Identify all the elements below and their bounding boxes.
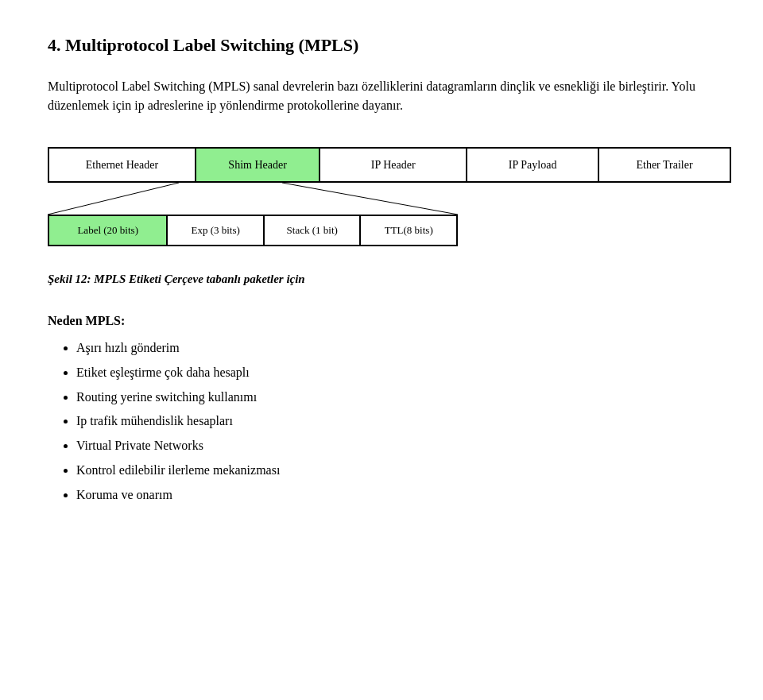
list-item: Aşırı hızlı gönderim bbox=[76, 337, 715, 360]
intro-paragraph: Multiprotocol Label Switching (MPLS) san… bbox=[48, 77, 715, 115]
list-item: Routing yerine switching kullanımı bbox=[76, 386, 715, 409]
shim-header-box: Shim Header bbox=[196, 148, 320, 182]
ip-payload-box: IP Payload bbox=[467, 148, 598, 182]
list-item: Koruma ve onarım bbox=[76, 484, 715, 507]
mpls-diagram: Ethernet Header Shim Header IP Header IP… bbox=[48, 147, 731, 246]
bottom-row: Label (20 bits) Exp (3 bits) Stack (1 bi… bbox=[48, 215, 458, 246]
svg-line-0 bbox=[48, 183, 179, 215]
label-bits-box: Label (20 bits) bbox=[48, 215, 167, 246]
exp-bits-box: Exp (3 bits) bbox=[167, 215, 264, 246]
top-row: Ethernet Header Shim Header IP Header IP… bbox=[48, 147, 731, 183]
stack-bit-box: Stack (1 bit) bbox=[264, 215, 361, 246]
svg-line-1 bbox=[282, 183, 458, 215]
figure-caption: Şekil 12: MPLS Etiketi Çerçeve tabanlı p… bbox=[48, 270, 715, 288]
list-item: Kontrol edilebilir ilerleme mekanizması bbox=[76, 459, 715, 482]
page-title: 4. Multiprotocol Label Switching (MPLS) bbox=[48, 32, 715, 58]
ip-header-box: IP Header bbox=[320, 148, 467, 182]
connector-lines bbox=[48, 183, 731, 215]
ether-trailer-box: Ether Trailer bbox=[598, 148, 730, 182]
list-item: Ip trafik mühendislik hesapları bbox=[76, 410, 715, 433]
list-item: Etiket eşleştirme çok daha hesaplı bbox=[76, 362, 715, 385]
ttl-bits-box: TTL(8 bits) bbox=[360, 215, 457, 246]
bullet-list: Aşırı hızlı gönderim Etiket eşleştirme ç… bbox=[48, 337, 715, 507]
list-item: Virtual Private Networks bbox=[76, 435, 715, 458]
neden-title: Neden MPLS: bbox=[48, 311, 715, 331]
ethernet-header-box: Ethernet Header bbox=[48, 148, 196, 182]
